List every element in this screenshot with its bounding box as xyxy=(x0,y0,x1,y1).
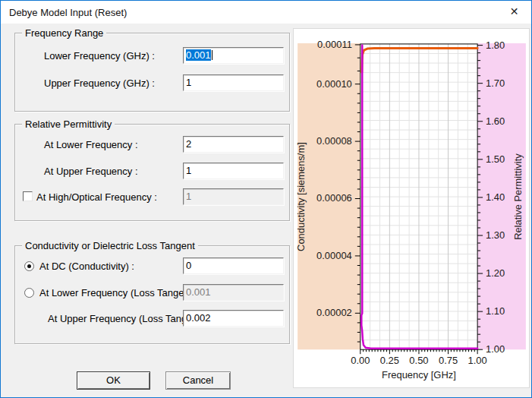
group-title: Conductivity or Dielectric Loss Tangent xyxy=(22,240,198,251)
svg-text:1.20: 1.20 xyxy=(486,267,505,279)
window-title: Debye Model Input (Reset) xyxy=(9,7,127,18)
close-icon: ✕ xyxy=(510,5,519,17)
svg-text:0.00: 0.00 xyxy=(351,355,370,366)
svg-text:0.00010: 0.00010 xyxy=(316,78,352,90)
svg-text:0.00008: 0.00008 xyxy=(316,135,352,147)
svg-text:1.30: 1.30 xyxy=(486,229,505,241)
close-button[interactable]: ✕ xyxy=(497,1,531,23)
debye-model-chart: 0.000110.000100.000080.000060.000040.000… xyxy=(294,29,529,387)
svg-text:Frequency [GHz]: Frequency [GHz] xyxy=(382,369,456,381)
svg-text:0.75: 0.75 xyxy=(439,355,458,366)
svg-text:1.50: 1.50 xyxy=(486,153,505,165)
lower-loss-tangent-input: 0.001 xyxy=(183,284,284,301)
svg-text:0.00006: 0.00006 xyxy=(316,192,352,204)
svg-text:Conductivity [siemens/m]: Conductivity [siemens/m] xyxy=(295,142,307,251)
svg-text:1.00: 1.00 xyxy=(486,343,505,355)
optical-frequency-checkbox[interactable] xyxy=(23,191,33,201)
frequency-range-group: Frequency Range xyxy=(14,33,290,112)
titlebar: Debye Model Input (Reset) ✕ xyxy=(1,1,531,24)
group-title: Relative Permittivity xyxy=(22,118,115,130)
upper-loss-tangent-input[interactable]: 0.002 xyxy=(183,310,284,327)
group-title: Frequency Range xyxy=(22,27,106,39)
dc-conductivity-label: At DC (Conductivity) : xyxy=(39,261,134,272)
svg-text:0.00002: 0.00002 xyxy=(316,307,352,318)
svg-text:1.00: 1.00 xyxy=(468,355,487,366)
svg-text:1.80: 1.80 xyxy=(486,39,505,51)
perm-lower-input[interactable]: 2 xyxy=(183,136,284,153)
text-caret xyxy=(212,50,212,60)
debye-model-dialog: Debye Model Input (Reset) ✕ Frequency Ra… xyxy=(0,0,532,398)
svg-text:1.10: 1.10 xyxy=(486,305,505,317)
perm-optical-label: At High/Optical Frequency : xyxy=(36,191,157,203)
lower-loss-tangent-label: At Lower Frequency (Loss Tangent) : xyxy=(39,287,201,298)
lower-loss-tangent-radio[interactable] xyxy=(24,288,34,298)
svg-text:Relative Permittivity: Relative Permittivity xyxy=(512,153,524,240)
perm-lower-label: At Lower Frequency : xyxy=(44,139,138,150)
svg-text:1.70: 1.70 xyxy=(486,77,505,89)
upper-frequency-label: Upper Frequency (GHz) : xyxy=(44,77,155,89)
ok-button[interactable]: OK xyxy=(77,371,150,390)
upper-frequency-input[interactable]: 1 xyxy=(183,74,284,91)
chart-panel: 0.000110.000100.000080.000060.000040.000… xyxy=(293,28,530,388)
svg-text:0.00004: 0.00004 xyxy=(316,250,352,261)
dc-conductivity-input[interactable]: 0 xyxy=(183,257,284,274)
perm-optical-input: 1 xyxy=(183,188,284,205)
lower-frequency-label: Lower Frequency (GHz) : xyxy=(44,50,155,62)
svg-text:0.25: 0.25 xyxy=(380,355,399,366)
perm-upper-label: At Upper Frequency : xyxy=(44,166,138,177)
svg-text:1.60: 1.60 xyxy=(486,115,505,127)
selected-text: 0.001 xyxy=(186,49,211,61)
svg-text:1.40: 1.40 xyxy=(486,191,505,203)
cancel-button[interactable]: Cancel xyxy=(165,371,231,390)
svg-text:0.00011: 0.00011 xyxy=(317,39,352,50)
dc-conductivity-radio[interactable] xyxy=(24,261,34,271)
svg-text:0.50: 0.50 xyxy=(409,355,428,366)
perm-upper-input[interactable]: 1 xyxy=(183,163,284,179)
lower-frequency-input[interactable]: 0.001 xyxy=(183,47,284,64)
